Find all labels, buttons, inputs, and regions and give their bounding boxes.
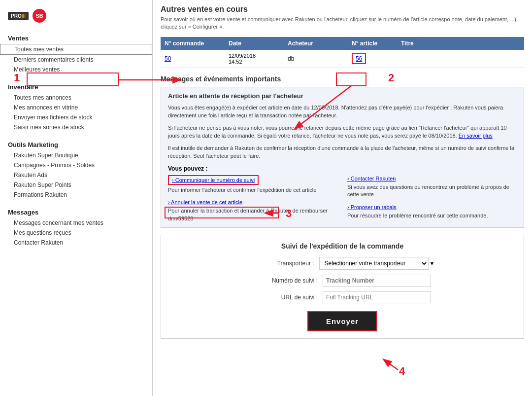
sidebar-item-messages-ventes[interactable]: Messages concernant mes ventes (0, 218, 152, 228)
transporteur-label: Transporteur : (250, 260, 319, 267)
action-col-left: › Communiquer le numéro de suivi Pour in… (168, 175, 337, 222)
col-header-article: N° article (348, 40, 397, 47)
col-header-date: Date (225, 40, 284, 47)
sidebar-item-formations[interactable]: Formations Rakuten (0, 190, 152, 200)
numero-suivi-input[interactable] (323, 275, 431, 287)
page-title: Autres ventes en cours (161, 5, 524, 14)
col-header-titre: Titre (397, 40, 524, 47)
suivi-section: Suivi de l'expédition de la commande Tra… (161, 235, 524, 339)
select-arrow-icon: ▼ (430, 260, 435, 266)
ventes-section-title: Ventes (0, 31, 152, 44)
pro-logo: PROIII (8, 12, 29, 20)
suivi-title: Suivi de l'expédition de la commande (171, 242, 514, 250)
article-box-text2: Si l'acheteur ne pense pas à vous noter,… (168, 124, 517, 140)
url-label: URL de suivi : (254, 294, 323, 301)
sidebar-item-commentaires[interactable]: Derniers commentaires clients (0, 55, 152, 65)
sidebar-item-toutes-ventes[interactable]: Toutes mes ventes (0, 44, 152, 55)
sidebar: PROIII SB Ventes Toutes mes ventes Derni… (0, 0, 153, 396)
link-contacter-wrapper: › Contacter Rakuten Si vous avez des que… (347, 175, 517, 199)
link-suivi-wrapper: › Communiquer le numéro de suivi Pour in… (168, 175, 337, 194)
suivi-row-url: URL de suivi : (171, 291, 514, 303)
link3-desc: Pour annuler la transaction et demander … (168, 207, 337, 222)
cell-date: 12/09/2018 14:52 (225, 53, 284, 65)
main-content: Autres ventes en cours Pour savoir où en… (153, 0, 532, 396)
sb-logo: SB (33, 9, 46, 23)
sidebar-item-vitrine[interactable]: Mes annonces en vitrine (0, 103, 152, 112)
messages-section-title: Messages (0, 205, 152, 218)
envoyer-row: Envoyer (171, 311, 514, 331)
contacter-rakuten-link[interactable]: › Contacter Rakuten (347, 176, 396, 181)
cell-commande: 50 (161, 55, 225, 62)
col-header-acheteur: Acheteur (284, 40, 348, 47)
article-box-text1: Vous vous êtes engagé(e) à expédier cet … (168, 104, 517, 120)
link2-desc: Si vous avez des questions ou rencontrez… (347, 183, 517, 199)
col-header-commande: N° commande (161, 40, 225, 47)
sidebar-item-fichiers-stock[interactable]: Envoyer mes fichiers de stock (0, 112, 152, 122)
article-box-text3: Il est inutile de demander à Rakuten de … (168, 144, 517, 160)
cell-acheteur: db (284, 55, 348, 62)
link4-desc: Pour résoudre le problème rencontré sur … (347, 212, 517, 219)
cell-article: 56 (348, 55, 397, 62)
logo-area: PROIII SB (0, 5, 152, 31)
sidebar-item-ads[interactable]: Rakuten Ads (0, 170, 152, 180)
article-link[interactable]: 56 (352, 53, 366, 64)
numero-label: Numéro de suivi : (254, 277, 323, 284)
action-links: › Communiquer le numéro de suivi Pour in… (168, 175, 517, 222)
en-savoir-plus-link[interactable]: En savoir plus (459, 133, 493, 139)
table-row: 50 12/09/2018 14:52 db 56 (161, 50, 524, 68)
sidebar-item-super-points[interactable]: Rakuten Super Points (0, 180, 152, 190)
messages-section-title: Messages et événements importants (161, 75, 524, 83)
table-header: N° commande Date Acheteur N° article Tit… (161, 37, 524, 50)
link-annuler-wrapper: › Annuler la vente de cet article Pour a… (168, 199, 337, 222)
link1-desc: Pour informer l'acheteur et confirmer l'… (168, 186, 337, 194)
sidebar-item-annonces[interactable]: Toutes mes annonces (0, 93, 152, 103)
sidebar-item-super-boutique[interactable]: Rakuten Super Boutique (0, 150, 152, 160)
link-rabais-wrapper: › Proposer un rabais Pour résoudre le pr… (347, 204, 517, 219)
sidebar-item-campagnes[interactable]: Campagnes - Promos - Soldes (0, 160, 152, 170)
annuler-vente-link[interactable]: › Annuler la vente de cet article (168, 199, 242, 205)
action-col-right: › Contacter Rakuten Si vous avez des que… (347, 175, 517, 222)
suivi-row-transporteur: Transporteur : Sélectionner votre transp… (171, 257, 514, 270)
proposer-rabais-link[interactable]: › Proposer un rabais (347, 204, 397, 210)
vous-pouvez-label: Vous pouvez : (168, 165, 517, 172)
inventaire-section-title: Inventaire (0, 79, 152, 93)
article-box: Article en attente de réception par l'ac… (161, 87, 524, 228)
sidebar-item-meilleures-ventes[interactable]: Meilleures ventes (0, 65, 152, 74)
communiquer-numero-link[interactable]: › Communiquer le numéro de suivi (168, 175, 259, 185)
envoyer-button[interactable]: Envoyer (307, 311, 377, 331)
sidebar-item-sorties-stock[interactable]: Saisir mes sorties de stock (0, 122, 152, 132)
marketing-section-title: Outils Marketing (0, 137, 152, 150)
sidebar-item-questions[interactable]: Mes questions reçues (0, 228, 152, 238)
article-box-title: Article en attente de réception par l'ac… (168, 92, 517, 100)
suivi-row-numero: Numéro de suivi : (171, 275, 514, 287)
commande-link[interactable]: 50 (165, 55, 171, 62)
page-subtitle: Pour savoir où en est votre vente et com… (161, 16, 524, 31)
sidebar-item-contact-rakuten[interactable]: Contacter Rakuten (0, 238, 152, 248)
url-suivi-input[interactable] (323, 291, 431, 303)
transporteur-select[interactable]: Sélectionner votre transporteur (319, 257, 429, 270)
